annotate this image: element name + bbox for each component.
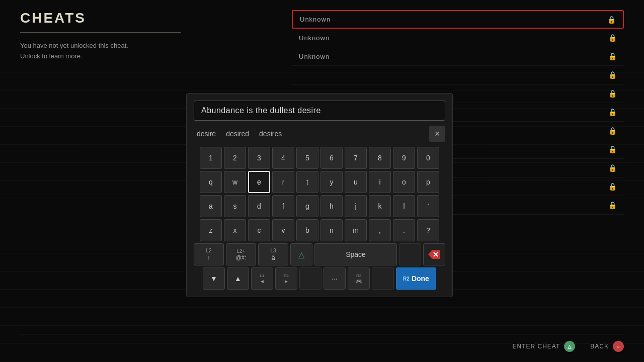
autocomplete-words: desire desired desires [194, 128, 429, 140]
key-row-asdf: a s d f g h j k l ' [194, 195, 445, 217]
svg-marker-0 [428, 250, 440, 259]
page-title: CHEATS [20, 10, 181, 26]
circle-button-icon: ○ [613, 341, 624, 352]
key-i[interactable]: i [369, 171, 391, 193]
key-n[interactable]: n [320, 219, 343, 241]
lock-icon: 🔒 [608, 201, 617, 209]
lock-icon: 🔒 [607, 16, 616, 24]
cheat-item-label: Unknown [300, 16, 331, 23]
list-item[interactable]: Unknown 🔒 [292, 47, 624, 66]
key-l1-left[interactable]: L1 ◄ [251, 267, 273, 290]
triangle-button-icon: △ [564, 341, 575, 352]
key-question[interactable]: ? [417, 219, 439, 241]
unlock-description: You have not yet unlocked this cheat. Un… [20, 41, 181, 62]
key-v[interactable]: v [272, 219, 294, 241]
list-item[interactable]: Unknown 🔒 [292, 29, 624, 47]
key-8[interactable]: 8 [369, 147, 391, 169]
key-y[interactable]: y [320, 171, 343, 193]
key-a[interactable]: a [200, 195, 222, 217]
cheat-item-selected[interactable]: Unknown 🔒 [292, 10, 624, 29]
key-row-special: L2 ↑ L2+ @#: L3 à △ Space [194, 243, 445, 265]
key-e[interactable]: e [248, 171, 270, 193]
back-action[interactable]: BACK ○ [590, 341, 624, 352]
lock-icon: 🔒 [608, 34, 617, 42]
lock-icon: 🔒 [608, 89, 617, 98]
key-q[interactable]: q [200, 171, 222, 193]
key-t[interactable]: t [296, 171, 318, 193]
key-ellipsis[interactable]: ··· [324, 267, 346, 290]
key-d[interactable]: d [248, 195, 270, 217]
title-divider [20, 32, 181, 33]
autocomplete-word-3[interactable]: desires [259, 130, 282, 138]
key-row-zxcv: z x c v b n m , . ? [194, 219, 445, 241]
key-triangle[interactable]: △ [290, 243, 312, 265]
key-period[interactable]: . [393, 219, 415, 241]
key-l3-accent[interactable]: L3 à [258, 243, 288, 265]
cheat-text-input[interactable]: Abundance is the dullest desire [194, 101, 445, 121]
lock-icon: 🔒 [608, 164, 617, 172]
key-l[interactable]: l [393, 195, 415, 217]
lock-icon: 🔒 [608, 52, 617, 60]
key-u[interactable]: u [345, 171, 367, 193]
key-l2-symbols[interactable]: L2+ @#: [226, 243, 256, 265]
key-j[interactable]: j [345, 195, 367, 217]
autocomplete-word-1[interactable]: desire [197, 130, 216, 138]
key-k[interactable]: k [369, 195, 391, 217]
key-3[interactable]: 3 [248, 147, 270, 169]
lock-icon: 🔒 [608, 127, 617, 135]
key-done[interactable]: R2Done [396, 267, 436, 290]
key-p[interactable]: p [417, 171, 439, 193]
key-arrow-up[interactable]: ▲ [227, 267, 249, 290]
key-r3-gamepad[interactable]: R3 🎮 [348, 267, 370, 290]
key-x[interactable]: x [224, 219, 246, 241]
key-c[interactable]: c [248, 219, 270, 241]
back-label: BACK [590, 343, 609, 350]
key-b[interactable]: b [296, 219, 318, 241]
bottom-divider [20, 334, 624, 334]
key-5[interactable]: 5 [296, 147, 318, 169]
key-o[interactable]: o [393, 171, 415, 193]
enter-cheat-action[interactable]: ENTER CHEAT △ [513, 341, 576, 352]
bottom-bar: ENTER CHEAT △ BACK ○ [513, 341, 624, 352]
key-row-qwerty: q w e r t y u i o p [194, 171, 445, 193]
key-space[interactable]: Space [314, 243, 397, 265]
key-z[interactable]: z [200, 219, 222, 241]
key-h[interactable]: h [320, 195, 343, 217]
key-1[interactable]: 1 [200, 147, 222, 169]
lock-icon: 🔒 [608, 145, 617, 153]
key-s[interactable]: s [224, 195, 246, 217]
key-6[interactable]: 6 [320, 147, 343, 169]
key-r[interactable]: r [272, 171, 294, 193]
key-backspace[interactable] [423, 243, 445, 265]
lock-icon: 🔒 [608, 183, 617, 191]
key-2[interactable]: 2 [224, 147, 246, 169]
enter-cheat-label: ENTER CHEAT [513, 343, 560, 350]
key-row-numbers: 1 2 3 4 5 6 7 8 9 0 [194, 147, 445, 169]
key-empty-2 [299, 267, 321, 290]
key-f[interactable]: f [272, 195, 294, 217]
key-4[interactable]: 4 [272, 147, 294, 169]
lock-icon: 🔒 [608, 71, 617, 79]
list-item[interactable]: 🔒 [292, 66, 624, 84]
key-r1-right[interactable]: R1 ► [275, 267, 297, 290]
key-apostrophe[interactable]: ' [417, 195, 439, 217]
key-g[interactable]: g [296, 195, 318, 217]
key-arrow-down[interactable]: ▼ [203, 267, 225, 290]
key-m[interactable]: m [345, 219, 367, 241]
key-empty-3 [372, 267, 394, 290]
key-l2-shift[interactable]: L2 ↑ [194, 243, 224, 265]
keyboard-grid: 1 2 3 4 5 6 7 8 9 0 q w e r t y u i [194, 147, 445, 290]
key-comma[interactable]: , [369, 219, 391, 241]
cheat-item-label: Unknown [299, 34, 330, 42]
key-0[interactable]: 0 [417, 147, 439, 169]
autocomplete-close-button[interactable]: × [429, 126, 445, 142]
key-row-nav: ▼ ▲ L1 ◄ R1 ► ··· R3 🎮 R2Done [194, 267, 445, 290]
lock-icon: 🔒 [608, 108, 617, 116]
keyboard-overlay: Abundance is the dullest desire desire d… [186, 93, 453, 297]
key-9[interactable]: 9 [393, 147, 415, 169]
autocomplete-word-2[interactable]: desired [226, 130, 249, 138]
key-w[interactable]: w [224, 171, 246, 193]
key-7[interactable]: 7 [345, 147, 367, 169]
key-empty-1 [399, 243, 421, 265]
cheat-item-label: Unknown [299, 53, 330, 60]
